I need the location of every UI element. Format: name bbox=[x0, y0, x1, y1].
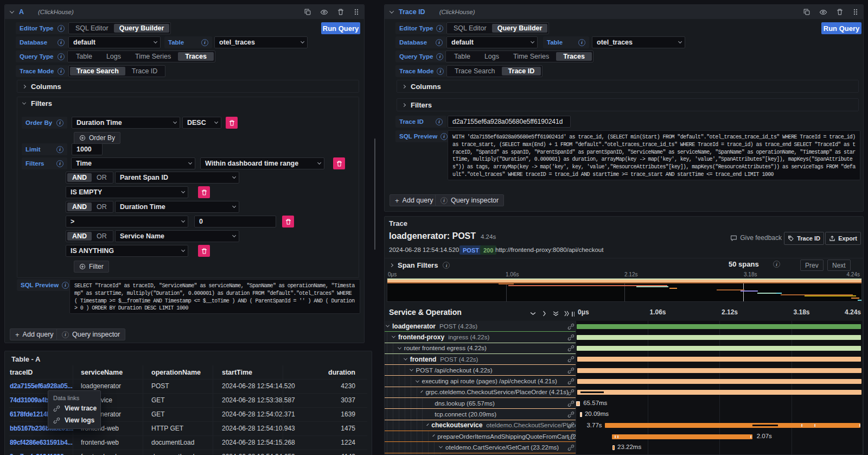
trace-mode-option-trace-search[interactable]: Trace Search bbox=[448, 67, 502, 75]
span-duration-bar[interactable] bbox=[577, 379, 861, 384]
info-icon[interactable]: i bbox=[201, 39, 208, 46]
span-row[interactable]: frontendPOST (4.22s) bbox=[385, 354, 863, 365]
table-cell-traceID[interactable]: 89cf4286e631591b4... bbox=[10, 439, 75, 446]
column-header-serviceName[interactable]: serviceName bbox=[81, 369, 123, 376]
info-icon[interactable]: i bbox=[578, 39, 585, 46]
info-icon[interactable]: i bbox=[436, 25, 443, 32]
filter-field-select[interactable]: Time bbox=[71, 157, 195, 169]
span-row[interactable]: checkoutserviceoteldemo.CheckoutService/… bbox=[385, 420, 863, 431]
give-feedback-link[interactable]: Give feedback bbox=[730, 234, 782, 242]
span-duration-bar[interactable] bbox=[577, 335, 861, 340]
span-duration-bar[interactable] bbox=[577, 324, 861, 329]
span-name-cell[interactable]: executing api route (pages) /api/checkou… bbox=[385, 376, 576, 387]
columns-section-header[interactable]: Columns bbox=[397, 80, 858, 93]
span-row[interactable]: loadgeneratorPOST (4.23s) bbox=[385, 321, 863, 332]
query-inspector-button[interactable]: iQuery inspector bbox=[435, 194, 504, 206]
span-row[interactable]: POST /api/checkout (4.22s) bbox=[385, 365, 863, 376]
info-icon[interactable]: i bbox=[56, 119, 63, 127]
span-name-cell[interactable]: grpc.oteldemo.CheckoutService/PlaceOrder… bbox=[385, 387, 576, 398]
span-link-icon[interactable] bbox=[567, 345, 575, 352]
span-link-icon[interactable] bbox=[567, 411, 575, 418]
editor-type-option-sql-editor[interactable]: SQL Editor bbox=[448, 24, 492, 33]
run-query-button[interactable]: Run Query bbox=[321, 22, 360, 34]
span-link-icon[interactable] bbox=[567, 400, 575, 407]
span-row[interactable]: router frontend egress (4.22s) bbox=[385, 343, 863, 354]
info-icon[interactable]: i bbox=[56, 160, 63, 167]
span-row[interactable]: executing api route (pages) /api/checkou… bbox=[385, 376, 863, 387]
column-resize-handle[interactable] bbox=[572, 312, 575, 317]
trace-id-button[interactable]: Trace ID bbox=[784, 232, 824, 245]
pane-splitter-handle[interactable] bbox=[374, 138, 375, 250]
span-row[interactable]: grpc.oteldemo.CheckoutService/PlaceOrder… bbox=[385, 387, 863, 398]
span-duration-bar[interactable] bbox=[577, 368, 861, 373]
column-header-startTime[interactable]: startTime bbox=[222, 369, 252, 376]
add-filter-button[interactable]: Filter bbox=[74, 261, 109, 273]
info-icon[interactable]: i bbox=[436, 118, 443, 125]
trace-mode-option-trace-id[interactable]: Trace ID bbox=[125, 67, 164, 75]
delete-query-trash-icon[interactable] bbox=[337, 8, 344, 16]
query-type-option-traces[interactable]: Traces bbox=[178, 52, 214, 61]
table-cell-traceID[interactable]: 3aa7acfc91941806c... bbox=[10, 453, 75, 455]
condition-field-select[interactable]: Duration Time bbox=[115, 201, 239, 213]
hide-query-eye-icon[interactable] bbox=[819, 8, 827, 16]
remove-condition-button[interactable] bbox=[198, 245, 210, 257]
trace-mode-option-trace-search[interactable]: Trace Search bbox=[70, 67, 125, 75]
condition-operator-select[interactable]: IS ANYTHING bbox=[66, 245, 188, 257]
span-name-cell[interactable]: oteldemo.CartService/GetCart (23.22ms) bbox=[385, 442, 576, 453]
info-icon[interactable]: i bbox=[773, 261, 780, 268]
prev-span-button[interactable]: Prev bbox=[800, 260, 824, 271]
condition-value-input[interactable]: 0 bbox=[194, 216, 276, 228]
info-icon[interactable]: i bbox=[58, 53, 65, 60]
time-range-select[interactable]: Within dashboard time range bbox=[200, 157, 324, 169]
query-type-option-table[interactable]: Table bbox=[69, 52, 99, 61]
database-select[interactable]: default bbox=[446, 36, 538, 48]
query-type-option-time-series[interactable]: Time Series bbox=[506, 52, 556, 61]
info-icon[interactable]: i bbox=[441, 197, 448, 204]
editor-type-option-query-builder[interactable]: Query Builder bbox=[114, 24, 170, 33]
bool-operator-or[interactable]: OR bbox=[92, 203, 112, 211]
expand-one-icon[interactable] bbox=[541, 310, 548, 317]
span-duration-bar[interactable] bbox=[577, 390, 861, 395]
info-icon[interactable]: i bbox=[62, 282, 69, 289]
info-icon[interactable]: i bbox=[58, 68, 65, 75]
drag-handle-icon[interactable] bbox=[852, 8, 859, 16]
info-icon[interactable]: i bbox=[436, 53, 443, 60]
limit-input[interactable]: 1000 bbox=[72, 143, 103, 155]
remove-order-by-button[interactable] bbox=[226, 117, 238, 129]
columns-section-header[interactable]: Columns bbox=[17, 80, 359, 93]
column-header-operationName[interactable]: operationName bbox=[151, 369, 201, 376]
export-button[interactable]: Export bbox=[825, 232, 861, 245]
info-icon[interactable]: i bbox=[58, 25, 65, 32]
condition-operator-select[interactable]: IS EMPTY bbox=[66, 186, 188, 198]
add-query-button[interactable]: +Add query bbox=[10, 328, 59, 340]
span-duration-bar[interactable] bbox=[580, 412, 582, 417]
query-inspector-button[interactable]: iQuery inspector bbox=[56, 328, 125, 340]
span-duration-bar[interactable] bbox=[612, 434, 752, 439]
table-select[interactable]: otel_traces bbox=[592, 36, 685, 48]
query-type-option-traces[interactable]: Traces bbox=[556, 52, 592, 61]
span-duration-bar[interactable] bbox=[576, 401, 580, 406]
span-link-icon[interactable] bbox=[567, 433, 575, 440]
span-row[interactable]: cartservicePOST /oteldemo.CartService/Ge… bbox=[385, 453, 863, 455]
info-icon[interactable]: i bbox=[58, 39, 65, 46]
span-name-cell[interactable]: cartservicePOST /oteldemo.CartService/Ge… bbox=[385, 453, 576, 455]
span-name-cell[interactable]: tcp.connect (20.09ms) bbox=[385, 409, 576, 420]
expand-all-icon[interactable] bbox=[563, 310, 570, 317]
next-span-button[interactable]: Next bbox=[827, 260, 851, 271]
add-query-button[interactable]: +Add query bbox=[390, 194, 439, 206]
span-name-cell[interactable]: prepareOrderItemsAndShippingQuoteFromCar… bbox=[385, 431, 576, 442]
bool-operator-and[interactable]: AND bbox=[67, 203, 92, 211]
remove-condition-button[interactable] bbox=[198, 186, 210, 198]
duplicate-query-icon[interactable] bbox=[304, 8, 311, 16]
trace-id-input[interactable]: d2a7155ef6a928a05680e5ff6190241d bbox=[448, 116, 571, 128]
span-link-icon[interactable] bbox=[567, 389, 575, 396]
span-duration-bar[interactable] bbox=[577, 357, 861, 362]
span-name-cell[interactable]: dns.lookup (65.57ms) bbox=[385, 398, 576, 409]
menu-item-view-logs[interactable]: View logs bbox=[48, 414, 100, 426]
span-link-icon[interactable] bbox=[567, 378, 575, 385]
database-select[interactable]: default bbox=[68, 36, 161, 48]
info-icon[interactable]: i bbox=[56, 146, 63, 153]
trace-minimap[interactable] bbox=[387, 278, 862, 302]
remove-time-filter-button[interactable] bbox=[333, 157, 345, 169]
delete-query-trash-icon[interactable] bbox=[836, 8, 844, 16]
